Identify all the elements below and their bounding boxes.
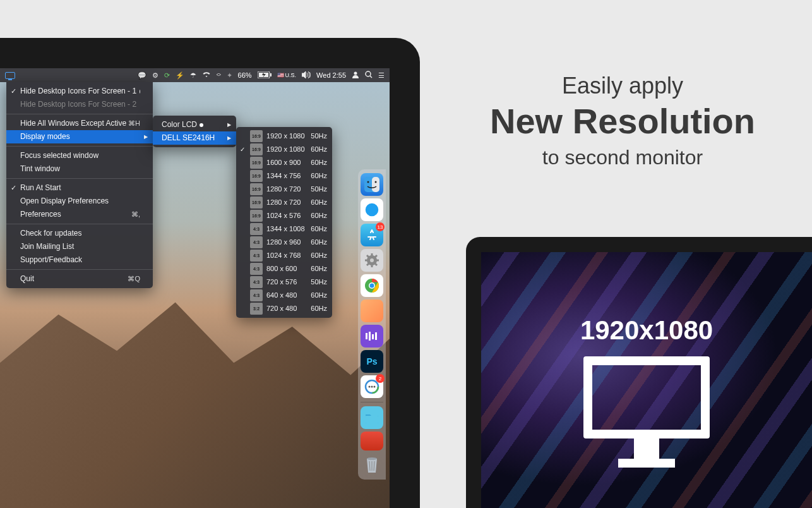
promo-line-3: to second monitor [471,146,774,169]
svg-rect-27 [372,334,374,339]
search-icon[interactable] [365,71,373,80]
svg-point-4 [366,71,371,76]
menu-hide-icons-1[interactable]: Hide Desktop Icons For Screen - 1 [6,85,153,98]
menu-focus-window[interactable]: Focus selected window [6,149,153,162]
battery-icon[interactable] [258,71,272,80]
laptop-screen: 💬 ⚙ ⟳ ⚡ ☂ ⌔ ✦ 66% 🇺🇸U.S. Wed 2:55 [0,68,390,508]
resolution-option[interactable]: 16:91344 x 75660Hz [236,169,332,183]
promo-line-1: Easily apply [471,73,774,99]
resolution-option[interactable]: 4:31280 x 96060Hz [236,236,332,249]
laptop-frame: 💬 ⚙ ⟳ ⚡ ☂ ⌔ ✦ 66% 🇺🇸U.S. Wed 2:55 [0,38,420,508]
dock-appstore[interactable]: 13 [361,224,383,246]
svg-line-18 [367,255,369,257]
svg-point-33 [374,386,376,388]
menu-check-updates[interactable]: Check for updates [6,227,153,240]
dock-app-red[interactable] [361,432,383,451]
svg-line-21 [375,255,377,257]
menu-tint-window[interactable]: Tint window [6,162,153,176]
dock-app-purple[interactable] [361,325,383,348]
display-color-lcd[interactable]: Color LCD [153,118,236,131]
menu-run-at-start[interactable]: Run At Start [6,181,153,195]
svg-point-9 [375,181,377,183]
dock-photoshop[interactable]: Ps [361,350,383,373]
svg-rect-28 [375,332,377,340]
dock-app-orange[interactable] [361,299,383,322]
dock-chat[interactable]: 2 [361,375,383,398]
resolution-option[interactable]: 16:91920 x 108060Hz [236,143,332,156]
resolution-option[interactable]: 16:91920 x 108050Hz [236,130,332,143]
svg-line-20 [367,263,369,265]
battery-percent: 66% [238,71,252,79]
resolution-option[interactable]: 4:3720 x 57650Hz [236,275,332,289]
svg-point-8 [367,181,369,183]
svg-point-3 [354,72,357,75]
resolution-option[interactable]: 16:91600 x 90060Hz [236,156,332,169]
promo-line-2: New Resolution [471,102,774,141]
menu-display-modes[interactable]: Display modes [6,130,153,143]
second-monitor-frame: 1920x1080 [466,237,812,508]
menu-hide-icons-2: Hide Desktop Icons For Screen - 2 [6,98,153,111]
resolution-option[interactable]: 4:3640 x 48060Hz [236,289,332,302]
menu-support[interactable]: Support/Feedback [6,253,153,267]
dock-settings[interactable] [361,249,383,272]
dock-safari[interactable] [361,198,383,221]
umbrella-icon[interactable]: ☂ [190,71,196,80]
svg-line-19 [375,263,377,265]
svg-point-13 [370,258,374,262]
svg-rect-34 [366,416,378,423]
dock: 13 Ps 2 [358,169,386,480]
svg-rect-2 [270,73,272,76]
resolution-option[interactable]: 16:91024 x 57660Hz [236,209,332,222]
promo-text: Easily apply New Resolution to second mo… [471,73,774,169]
dock-finder[interactable] [361,173,383,196]
svg-point-32 [371,386,373,388]
wifi-icon[interactable] [202,71,211,79]
svg-rect-26 [369,332,371,341]
resolution-submenu: 16:91920 x 108050Hz16:91920 x 108060Hz16… [236,127,332,318]
menu-mailing-list[interactable]: Join Mailing List [6,240,153,253]
dock-chrome[interactable] [361,274,383,297]
resolution-option[interactable]: 16:91280 x 72050Hz [236,183,332,196]
monitor-icon [583,356,710,468]
input-locale[interactable]: 🇺🇸U.S. [277,72,297,78]
second-monitor-screen: 1920x1080 [481,252,812,508]
dock-trash[interactable] [361,453,383,476]
sync-icon[interactable]: ⟳ [164,71,170,80]
chat-badge: 2 [376,374,385,383]
app-menu: Hide Desktop Icons For Screen - 1 Hide D… [6,82,153,288]
volume-icon[interactable] [302,71,311,80]
user-icon[interactable] [352,71,359,80]
control-center-icon[interactable]: ☰ [378,71,385,80]
resolution-option[interactable]: 4:31344 x 100860Hz [236,222,332,236]
resolution-label: 1920x1080 [580,315,713,346]
star-icon[interactable]: ✦ [227,71,232,80]
svg-point-31 [369,386,371,388]
svg-point-35 [367,457,377,460]
clock[interactable]: Wed 2:55 [316,71,346,79]
display-submenu: Color LCD DELL SE2416H [153,116,236,147]
menu-quit[interactable]: Quit⌘Q [6,272,153,286]
resolution-option[interactable]: 16:91280 x 72060Hz [236,196,332,209]
svg-line-5 [370,76,372,78]
dock-downloads[interactable] [361,406,383,429]
resolution-option[interactable]: 4:31024 x 76860Hz [236,249,332,262]
menu-preferences[interactable]: Preferences⌘, [6,208,153,221]
menubar: 💬 ⚙ ⟳ ⚡ ☂ ⌔ ✦ 66% 🇺🇸U.S. Wed 2:55 [0,68,390,82]
app-menubar-icon[interactable] [5,72,15,79]
resolution-option[interactable]: 4:3800 x 60060Hz [236,262,332,275]
chat-icon[interactable]: 💬 [138,71,146,80]
appstore-badge: 13 [376,222,385,231]
svg-rect-7 [372,177,379,192]
svg-point-24 [370,284,374,288]
menu-open-display-prefs[interactable]: Open Display Preferences [6,195,153,208]
gear-icon[interactable]: ⚙ [152,71,158,80]
menu-hide-all-windows[interactable]: Hide All Windows Except Active⌘H [6,117,153,130]
resolution-option[interactable]: 3:2720 x 48060Hz [236,302,332,315]
plug-icon[interactable]: ⚡ [176,71,184,80]
svg-rect-25 [366,333,367,339]
bluetooth-icon[interactable]: ⌔ [217,71,221,79]
display-dell[interactable]: DELL SE2416H [153,131,236,145]
